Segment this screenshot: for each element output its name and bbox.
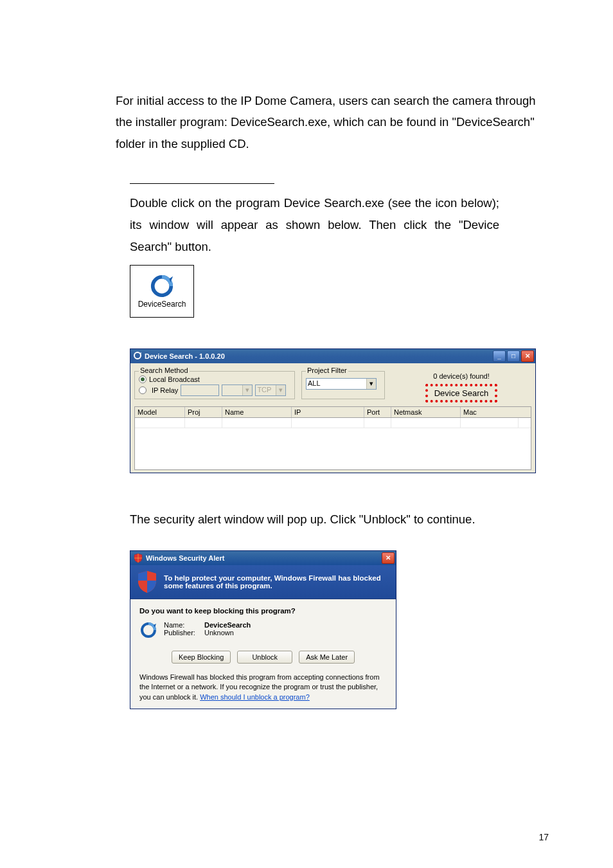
chevron-down-icon: ▾ bbox=[242, 385, 252, 395]
keep-blocking-button[interactable]: Keep Blocking bbox=[172, 651, 231, 664]
when-unblock-link[interactable]: When should I unblock a program? bbox=[200, 693, 310, 701]
after-ds-text: The security alert window will pop up. C… bbox=[130, 509, 549, 530]
minimize-button[interactable]: _ bbox=[493, 350, 506, 362]
project-filter-select[interactable]: ALL ▾ bbox=[306, 378, 377, 390]
publisher-value: Unknown bbox=[204, 629, 234, 637]
security-alert-window: Windows Security Alert ✕ To help protect… bbox=[130, 550, 396, 709]
device-search-button[interactable]: Device Search bbox=[425, 384, 498, 402]
search-method-group: Search Method Local Broadcast IP Relay ▾… bbox=[134, 371, 295, 399]
search-method-legend: Search Method bbox=[139, 366, 190, 374]
local-broadcast-radio[interactable] bbox=[139, 375, 147, 383]
maximize-button[interactable]: □ bbox=[507, 350, 520, 362]
ip-relay-host-input[interactable] bbox=[181, 384, 219, 396]
svg-point-2 bbox=[134, 352, 141, 359]
ask-me-later-button[interactable]: Ask Me Later bbox=[299, 651, 355, 664]
ds-titlebar: Device Search - 1.0.0.20 _ □ ✕ bbox=[130, 349, 535, 363]
program-icon bbox=[139, 621, 157, 639]
device-search-title-icon bbox=[133, 351, 142, 361]
project-filter-group: Project Filter ALL ▾ bbox=[301, 371, 385, 399]
project-filter-legend: Project Filter bbox=[306, 366, 348, 374]
chevron-down-icon: ▾ bbox=[276, 385, 285, 395]
col-proj[interactable]: Proj bbox=[185, 407, 222, 417]
device-search-icon-label: DeviceSearch bbox=[138, 300, 186, 309]
sa-window-title: Windows Security Alert bbox=[146, 554, 382, 562]
devices-found-label: 0 device(s) found! bbox=[391, 372, 531, 380]
close-button[interactable]: ✕ bbox=[382, 552, 395, 564]
device-search-window: Device Search - 1.0.0.20 _ □ ✕ Search Me… bbox=[130, 348, 536, 473]
security-alert-icon bbox=[133, 553, 143, 563]
step-block: Double click on the program Device Searc… bbox=[130, 183, 499, 473]
shield-icon bbox=[137, 570, 157, 593]
device-search-shortcut: DeviceSearch bbox=[130, 265, 194, 318]
sa-banner: To help protect your computer, Windows F… bbox=[130, 565, 396, 599]
col-mac[interactable]: Mac bbox=[461, 407, 519, 417]
page-number: 17 bbox=[538, 832, 549, 842]
table-row bbox=[135, 418, 531, 428]
ip-relay-proto-select[interactable]: TCP▾ bbox=[255, 384, 286, 396]
sa-titlebar: Windows Security Alert ✕ bbox=[130, 551, 396, 565]
device-table: Model Proj Name IP Port Netmask Mac bbox=[134, 406, 531, 470]
device-search-icon bbox=[150, 274, 174, 298]
col-model[interactable]: Model bbox=[135, 407, 185, 417]
step-text: Double click on the program Device Searc… bbox=[130, 192, 499, 258]
sa-question: Do you want to keep blocking this progra… bbox=[139, 607, 387, 615]
ip-relay-radio[interactable] bbox=[139, 386, 147, 394]
program-name: DeviceSearch bbox=[204, 621, 251, 629]
ip-relay-label: IP Relay bbox=[152, 386, 178, 394]
sa-footer: Windows Firewall has blocked this progra… bbox=[139, 673, 387, 702]
col-netmask[interactable]: Netmask bbox=[391, 407, 461, 417]
ip-relay-type-select[interactable]: ▾ bbox=[222, 384, 253, 396]
col-ip[interactable]: IP bbox=[292, 407, 364, 417]
step-heading-rule bbox=[130, 183, 274, 188]
name-label: Name: bbox=[164, 621, 202, 629]
col-name[interactable]: Name bbox=[222, 407, 292, 417]
intro-paragraph: For initial access to the IP Dome Camera… bbox=[116, 90, 549, 154]
ds-window-title: Device Search - 1.0.0.20 bbox=[145, 352, 493, 360]
col-port[interactable]: Port bbox=[364, 407, 391, 417]
local-broadcast-label: Local Broadcast bbox=[149, 375, 200, 383]
sa-banner-text: To help protect your computer, Windows F… bbox=[164, 574, 389, 590]
publisher-label: Publisher: bbox=[164, 629, 202, 637]
chevron-down-icon: ▾ bbox=[366, 379, 376, 389]
close-button[interactable]: ✕ bbox=[521, 350, 534, 362]
unblock-button[interactable]: Unblock bbox=[237, 651, 292, 664]
